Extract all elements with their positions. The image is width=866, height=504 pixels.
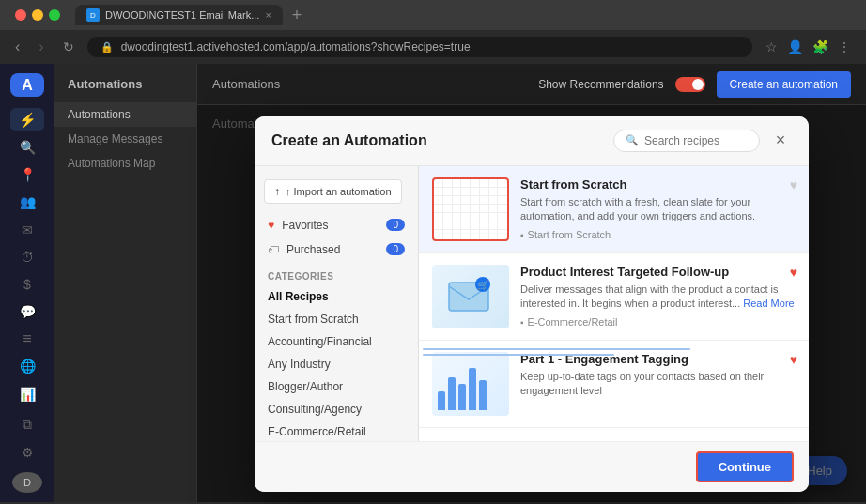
modal-body: ↑ ↑ Import an automation ♥ Favorites 0 🏷… (255, 166, 809, 441)
sidebar-item-automations[interactable]: ⚡ (10, 108, 44, 131)
new-tab-button[interactable]: + (283, 6, 312, 25)
recipe-info-product: Product Interest Targeted Follow-up Deli… (520, 265, 796, 328)
read-more-link-product[interactable]: Read More (743, 298, 794, 309)
create-automation-button[interactable]: Create an automation (717, 71, 851, 98)
recipe-item-scratch[interactable]: Start from Scratch Start from scratch wi… (419, 166, 809, 253)
content-area: Automations Create an Automation 🔍 × (197, 105, 866, 502)
active-tab[interactable]: D DWOODINGTEST1 Email Mark... × (75, 5, 283, 25)
import-button[interactable]: ↑ ↑ Import an automation (264, 179, 402, 204)
heart-icon: ♥ (268, 219, 274, 232)
recipe-info-engagement: Part 1 - Engagement Tagging Keep up-to-d… (520, 352, 796, 405)
forward-button[interactable]: › (33, 37, 49, 57)
category-consulting[interactable]: Consulting/Agency (255, 398, 418, 420)
tag-icon: 🏷 (268, 243, 279, 256)
upload-icon: ↑ (274, 185, 280, 198)
favorites-item[interactable]: ♥ Favorites 0 (255, 213, 418, 237)
svg-text:🛒: 🛒 (477, 279, 489, 291)
sidebar-item-globe[interactable]: 🌐 (10, 355, 44, 378)
secondary-sidebar-item-map[interactable]: Automations Map (54, 151, 196, 176)
browser-chrome: D DWOODINGTEST1 Email Mark... × + ‹ › ↻ … (0, 0, 866, 64)
recipe-heart-scratch[interactable]: ♥ (790, 177, 797, 192)
sidebar-item-clock[interactable]: ⏱ (10, 245, 44, 268)
secondary-sidebar-item-automations[interactable]: Automations (54, 102, 196, 127)
modal-footer: Continue (255, 441, 809, 492)
browser-nav-icons: ☆ 👤 🧩 ⋮ (760, 39, 857, 54)
show-recommendations-label: Show Recommendations (538, 78, 663, 91)
sidebar-item-copy[interactable]: ⧉ (10, 413, 44, 436)
recipe-item-engagement[interactable]: Part 1 - Engagement Tagging Keep up-to-d… (419, 341, 809, 428)
recipe-heart-engagement[interactable]: ♥ (790, 352, 797, 367)
favorites-badge: 0 (386, 219, 405, 231)
sidebar-item-mail[interactable]: ✉ (10, 218, 44, 241)
tab-favicon: D (86, 8, 100, 22)
modal-overlay: Create an Automation 🔍 × (197, 105, 866, 502)
modal-close-button[interactable]: × (769, 130, 792, 152)
recipe-info-scratch: Start from Scratch Start from scratch wi… (520, 177, 796, 241)
category-all-recipes[interactable]: All Recipes (255, 285, 418, 308)
search-icon: 🔍 (626, 134, 639, 146)
tab-bar: D DWOODINGTEST1 Email Mark... × + (0, 0, 866, 30)
category-any-industry[interactable]: Any Industry (255, 353, 418, 375)
sidebar-item-dollar[interactable]: $ (10, 272, 44, 296)
secondary-sidebar: Automations Automations Manage Messages … (54, 64, 197, 502)
close-traffic-light[interactable] (15, 9, 26, 21)
recipe-desc-scratch: Start from scratch with a fresh, clean s… (520, 195, 796, 224)
modal-header: Create an Automation 🔍 × (255, 116, 809, 166)
sidebar-item-chat[interactable]: 💬 (10, 300, 44, 324)
tag-squares-icon-product: ▪ (520, 317, 524, 328)
recommendations-toggle[interactable] (675, 77, 705, 92)
refresh-button[interactable]: ↻ (57, 38, 80, 56)
purchased-badge: 0 (386, 243, 405, 255)
star-icon[interactable]: ☆ (765, 39, 778, 54)
address-bar[interactable]: 🔒 dwoodingtest1.activehosted.com/app/aut… (87, 37, 752, 57)
url-text: dwoodingtest1.activehosted.com/app/autom… (121, 40, 471, 53)
menu-icon[interactable]: ⋮ (838, 39, 851, 54)
continue-button[interactable]: Continue (696, 451, 794, 482)
sidebar-item-search[interactable]: 🔍 (10, 135, 44, 159)
category-blogger[interactable]: Blogger/Author (255, 375, 418, 398)
modal-title: Create an Automation (271, 132, 427, 149)
back-button[interactable]: ‹ (9, 37, 25, 57)
recipe-thumbnail-product: 🛒 (432, 265, 509, 328)
nav-bar: ‹ › ↻ 🔒 dwoodingtest1.activehosted.com/a… (0, 30, 866, 64)
main-area: Automations Show Recommendations Create … (197, 64, 866, 502)
modal-sidebar: ↑ ↑ Import an automation ♥ Favorites 0 🏷… (255, 166, 419, 441)
sidebar-logo: A (10, 73, 44, 97)
secondary-sidebar-title: Automations (54, 73, 196, 102)
extensions-icon[interactable]: 🧩 (812, 39, 828, 54)
recipe-desc-product: Deliver messages that align with the pro… (520, 283, 796, 312)
recipe-item-product[interactable]: 🛒 Product Interest Targeted Follow-up De… (419, 253, 809, 341)
recipe-tag-scratch: ▪ Start from Scratch (520, 229, 796, 240)
tab-title: DWOODINGTEST1 Email Mark... (105, 9, 259, 21)
create-automation-modal: Create an Automation 🔍 × (255, 116, 809, 492)
sidebar-item-settings[interactable]: ⚙ (10, 440, 44, 464)
traffic-lights (8, 9, 68, 21)
recipe-heart-product[interactable]: ♥ (790, 265, 797, 280)
recipe-search-box[interactable]: 🔍 (613, 130, 760, 152)
purchased-item[interactable]: 🏷 Purchased 0 (255, 237, 418, 262)
category-accounting[interactable]: Accounting/Financial (255, 330, 418, 353)
maximize-traffic-light[interactable] (49, 9, 60, 21)
lock-icon: 🔒 (101, 41, 114, 53)
top-header: Automations Show Recommendations Create … (197, 64, 866, 105)
recipe-name-product: Product Interest Targeted Follow-up (520, 265, 796, 279)
recipe-list: Start from Scratch Start from scratch wi… (419, 166, 809, 441)
category-ecommerce[interactable]: E-Commerce/Retail (255, 420, 418, 441)
minimize-traffic-light[interactable] (32, 9, 43, 21)
category-start-from-scratch[interactable]: Start from Scratch (255, 308, 418, 330)
tag-squares-icon: ▪ (520, 230, 524, 240)
sidebar-item-chart[interactable]: 📊 (10, 382, 44, 405)
recipe-thumbnail-engagement (432, 352, 509, 416)
search-input[interactable] (644, 134, 748, 147)
sidebar-item-location[interactable]: 📍 (10, 163, 44, 187)
sidebar-item-contacts[interactable]: 👥 (10, 191, 44, 214)
page-breadcrumb: Automations (212, 77, 280, 91)
recipe-tag-product: ▪ E-Commerce/Retail (520, 316, 796, 328)
sidebar-item-list[interactable]: ≡ (10, 328, 44, 351)
avatar[interactable]: D (12, 472, 42, 493)
profile-icon[interactable]: 👤 (787, 39, 803, 54)
tab-close-icon[interactable]: × (265, 9, 271, 21)
recipe-thumbnail-scratch (432, 177, 509, 241)
secondary-sidebar-item-messages[interactable]: Manage Messages (54, 127, 196, 151)
recipe-desc-engagement: Keep up-to-date tags on your contacts ba… (520, 370, 796, 399)
